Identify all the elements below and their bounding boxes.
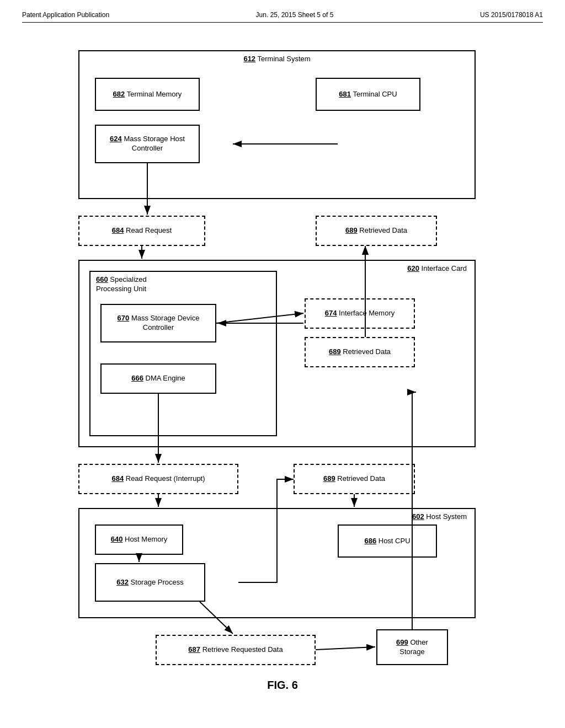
page-header: Patent Application Publication Jun. 25, … xyxy=(22,11,543,23)
specialized-pu-box: 660 SpecializedProcessing Unit xyxy=(89,271,277,436)
header-right: US 2015/0178018 A1 xyxy=(480,11,543,19)
terminal-cpu-box: 681 Terminal CPU xyxy=(316,78,420,111)
interface-memory-box: 674 Interface Memory xyxy=(305,298,415,329)
fig-label: FIG. 6 xyxy=(22,679,543,692)
storage-process-box: 632 Storage Process xyxy=(95,563,205,602)
mass-storage-host-ctrl-box: 624 Mass Storage HostController xyxy=(95,125,200,163)
dma-engine-box: 666 DMA Engine xyxy=(100,363,216,394)
terminal-system-num: 612 xyxy=(243,55,255,63)
read-request-2-box: 684 Read Request (Interrupt) xyxy=(78,464,238,494)
other-storage-box: 699 Other Storage xyxy=(376,629,448,665)
host-cpu-box: 686 Host CPU xyxy=(338,524,437,558)
host-memory-box: 640 Host Memory xyxy=(95,524,183,555)
read-request-1-box: 684 Read Request xyxy=(78,216,205,246)
retrieved-data-3-box: 689 Retrieved Data xyxy=(294,464,415,494)
retrieved-data-2-box: 689 Retrieved Data xyxy=(305,337,415,367)
retrieve-requested-box: 687 Retrieve Requested Data xyxy=(156,635,316,665)
mass-storage-dev-ctrl-box: 670 Mass Storage DeviceController xyxy=(100,304,216,342)
header-left: Patent Application Publication xyxy=(22,11,109,19)
diagram-area: 612 Terminal System 682 Terminal Memory … xyxy=(45,34,520,673)
retrieved-data-1-box: 689 Retrieved Data xyxy=(316,216,437,246)
svg-line-13 xyxy=(316,647,375,650)
terminal-memory-box: 682 Terminal Memory xyxy=(95,78,200,111)
header-center: Jun. 25, 2015 Sheet 5 of 5 xyxy=(256,11,334,19)
